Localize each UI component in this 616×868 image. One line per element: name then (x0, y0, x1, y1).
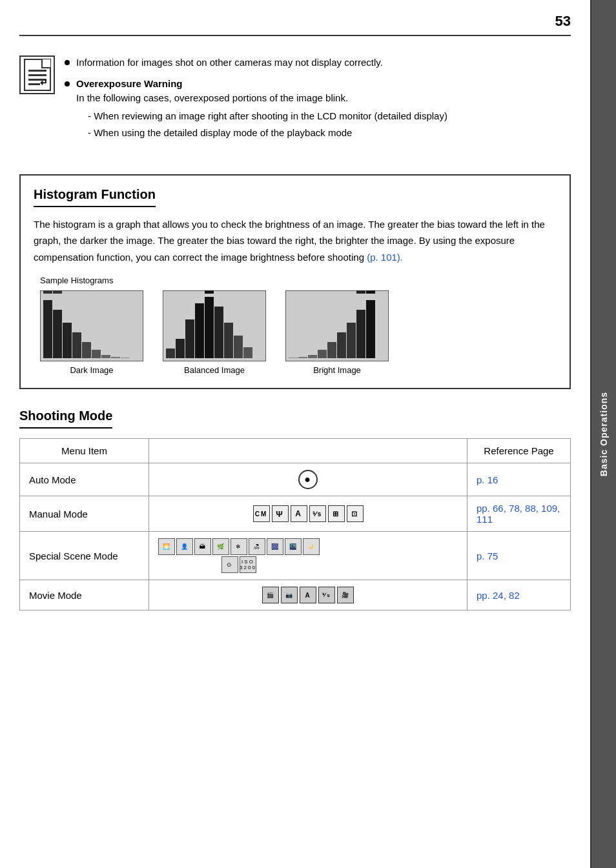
sp-icon-11: ISO3200 (240, 556, 256, 573)
movie-icon-2: 📷 (281, 587, 298, 603)
sub-bullets: When reviewing an image right after shoo… (88, 108, 447, 141)
row-special-mode-ref: p. 75 (467, 532, 571, 580)
row-auto-mode-label: Auto Mode (20, 463, 149, 496)
row-manual-mode-label: Manual Mode (20, 496, 149, 532)
histogram-section-title: Histogram Function (34, 187, 156, 207)
svg-rect-6 (92, 350, 101, 358)
histogram-body-text: The histogram is a graph that allows you… (34, 216, 557, 266)
special-icons-group: 🌅 👤 🏔 🌿 ❄ 🏖 🎆 🌃 🌙 ⊙ ISO3200 (158, 538, 320, 573)
row-movie-mode-label: Movie Mode (20, 580, 149, 611)
sp-icon-6: 🏖 (249, 538, 265, 555)
bullet-item-2: Overexposure Warning In the following ca… (65, 77, 571, 142)
histograms-row: Dark Image (34, 290, 557, 375)
note-icon-line (28, 83, 40, 85)
movie-icon-1: 🎬 (262, 587, 279, 603)
col-icons (149, 439, 467, 463)
svg-rect-26 (308, 355, 317, 358)
svg-rect-11 (53, 290, 62, 294)
overexposure-text: In the following cases, overexposed port… (76, 92, 348, 103)
svg-rect-14 (176, 339, 185, 358)
manual-icon-3: A (291, 505, 307, 522)
manual-mode-link[interactable]: pp. 66, 78, 88, 109, 111 (477, 503, 560, 525)
svg-rect-20 (234, 336, 243, 358)
svg-rect-4 (72, 332, 81, 358)
table-row: Manual Mode CM Ψ A ⅟s ⊞ ⊡ (20, 496, 571, 532)
dark-image-caption: Dark Image (70, 365, 113, 375)
sp-icon-2: 👤 (176, 538, 193, 555)
histogram-body: The histogram is a graph that allows you… (34, 219, 545, 263)
svg-rect-13 (166, 348, 175, 358)
row-movie-mode-icons: 🎬 📷 A ⅟s 🎥 (149, 580, 467, 611)
dark-image-histogram: Dark Image (40, 290, 143, 375)
bullet-text-1: Information for images shot on other cam… (76, 56, 383, 70)
movie-mode-link[interactable]: pp. 24, 82 (477, 590, 520, 601)
mode-table: Menu Item Reference Page Auto Mode ● (19, 438, 571, 611)
histogram-link[interactable]: (p. 101). (367, 252, 403, 263)
svg-rect-15 (185, 319, 194, 358)
svg-rect-9 (121, 358, 130, 358)
bullet-content-2: Overexposure Warning In the following ca… (76, 77, 447, 142)
bullet-dot-2 (65, 81, 70, 86)
page-number: 53 (555, 13, 571, 30)
manual-icon-1: CM (253, 505, 270, 522)
row-special-mode-label: Special Scene Mode (20, 532, 149, 580)
svg-rect-22 (205, 290, 214, 294)
svg-rect-18 (214, 307, 223, 358)
note-icon-arrow: ↵ (40, 77, 48, 88)
sp-icon-7: 🎆 (267, 538, 283, 555)
sample-histograms-label: Sample Histograms (40, 276, 557, 285)
overexposure-title: Overexposure Warning (76, 78, 183, 89)
sp-icon-5: ❄ (231, 538, 247, 555)
balanced-image-histogram: Balanced Image (163, 290, 266, 375)
row-movie-mode-ref: pp. 24, 82 (467, 580, 571, 611)
histogram-section-box: Histogram Function The histogram is a gr… (19, 174, 571, 390)
col-reference: Reference Page (467, 439, 571, 463)
movie-icon-5: 🎥 (337, 587, 354, 603)
row-special-mode-icons: 🌅 👤 🏔 🌿 ❄ 🏖 🎆 🌃 🌙 ⊙ ISO3200 (149, 532, 467, 580)
svg-rect-29 (337, 332, 346, 358)
svg-rect-2 (53, 310, 62, 358)
page-number-area: 53 (19, 13, 571, 36)
page-wrapper: 53 ↵ Information for images sho (0, 0, 616, 868)
sp-icon-1: 🌅 (158, 538, 175, 555)
shooting-section: Shooting Mode Menu Item Reference Page A… (19, 409, 571, 611)
special-mode-link[interactable]: p. 75 (477, 550, 498, 561)
bright-image-caption: Bright Image (313, 365, 361, 375)
sp-icon-8: 🌃 (285, 538, 302, 555)
svg-rect-27 (318, 350, 327, 358)
shooting-section-title: Shooting Mode (19, 409, 112, 429)
svg-rect-5 (82, 342, 91, 358)
sp-icon-3: 🏔 (194, 538, 211, 555)
side-tab-text: Basic Operations (599, 392, 609, 476)
svg-rect-17 (205, 297, 214, 358)
svg-rect-30 (347, 323, 356, 358)
note-icon-line (28, 70, 46, 72)
bright-histogram-svg (285, 290, 389, 361)
sub-bullet-2: When using the detailed display mode of … (88, 125, 447, 141)
movie-icon-3: A (300, 587, 316, 603)
svg-rect-31 (356, 310, 365, 358)
balanced-histogram-svg (163, 290, 266, 361)
sp-icon-10: ⊙ (221, 556, 238, 573)
row-manual-mode-icons: CM Ψ A ⅟s ⊞ ⊡ (149, 496, 467, 532)
bullet-dot (65, 60, 70, 65)
svg-rect-34 (356, 290, 365, 294)
note-icon: ↵ (19, 56, 55, 94)
svg-rect-21 (243, 347, 252, 358)
auto-mode-link[interactable]: p. 16 (477, 474, 498, 485)
note-icon-inner: ↵ (24, 59, 51, 91)
bullet-item-1: Information for images shot on other cam… (65, 56, 571, 70)
svg-rect-3 (63, 323, 72, 358)
auto-mode-icon: ● (298, 470, 318, 489)
svg-rect-10 (43, 290, 52, 294)
manual-icon-2: Ψ (272, 505, 289, 522)
manual-icon-5: ⊞ (328, 505, 345, 522)
note-bullets: Information for images shot on other cam… (65, 56, 571, 148)
sub-bullet-1: When reviewing an image right after shoo… (88, 108, 447, 124)
main-content: 53 ↵ Information for images sho (0, 0, 591, 868)
row-auto-mode-ref: p. 16 (467, 463, 571, 496)
side-tab: Basic Operations (591, 0, 616, 868)
svg-rect-32 (366, 300, 375, 358)
manual-icon-4: ⅟s (309, 505, 326, 522)
svg-rect-25 (298, 357, 307, 358)
